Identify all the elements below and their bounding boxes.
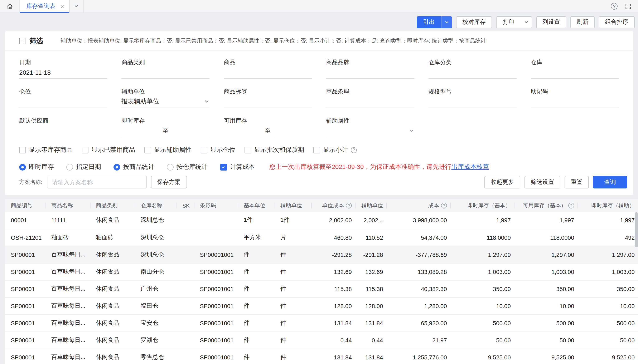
export-dropdown[interactable] xyxy=(441,16,452,28)
column-header[interactable]: 即时库存（辅助） xyxy=(577,199,638,212)
tab-inventory-query[interactable]: 库存查询表 × xyxy=(19,0,70,12)
table-row[interactable]: 0000111111休闲食品深圳总仓1件1件2,002.002,002...3,… xyxy=(5,212,638,229)
table-cell: 1,297.00 xyxy=(577,246,638,263)
table-cell: 2,002.00 xyxy=(311,212,355,229)
plan-name-label: 方案名称: xyxy=(19,178,42,186)
field-input[interactable] xyxy=(428,66,516,79)
close-icon[interactable]: × xyxy=(61,3,64,10)
field-input[interactable] xyxy=(224,66,312,79)
table-cell: 00001 xyxy=(5,212,46,229)
field-input[interactable] xyxy=(121,66,209,79)
help-icon[interactable]: ? xyxy=(346,203,352,208)
refresh-button[interactable]: 刷新 xyxy=(570,16,595,28)
column-header[interactable]: 商品编号 xyxy=(5,199,46,212)
range-to-input[interactable] xyxy=(274,125,312,137)
table-row[interactable]: SP00001百草味每日...休闲食品宝安仓SP00001001件件131.84… xyxy=(5,314,638,332)
column-settings-button[interactable]: 列设置 xyxy=(536,16,566,28)
field-input[interactable] xyxy=(326,125,414,137)
column-header[interactable]: 仓库名称 xyxy=(135,199,176,212)
column-header-label: 商品名称 xyxy=(51,202,73,209)
field-input[interactable] xyxy=(428,96,516,108)
field-input[interactable] xyxy=(19,125,107,137)
chevron-down-icon xyxy=(409,128,414,134)
column-header[interactable]: 单位成本? xyxy=(311,199,355,212)
export-button[interactable]: 引出 xyxy=(417,16,452,28)
field-label: 商品 xyxy=(224,58,312,66)
table-row[interactable]: SP00001百草味每日...休闲食品零售总仓SP00001001件件131.8… xyxy=(5,348,638,364)
cost-accounting-link[interactable]: 出库成本核算 xyxy=(451,163,489,170)
reset-button[interactable]: 重置 xyxy=(564,176,589,188)
table-cell: 492 xyxy=(577,229,638,246)
range-from-input[interactable] xyxy=(121,125,159,137)
display-option-checkbox[interactable]: 显示已禁用商品 xyxy=(82,146,135,154)
field-input[interactable] xyxy=(531,96,619,108)
vertical-scrollbar[interactable] xyxy=(635,212,638,354)
column-header[interactable]: SK xyxy=(176,199,194,212)
filter-field: 辅助单位报表辅助单位 xyxy=(121,80,209,109)
radio-option[interactable]: 指定日期 xyxy=(66,163,101,171)
help-icon[interactable]: ? xyxy=(351,147,357,153)
help-icon[interactable]: ? xyxy=(568,203,574,208)
column-header[interactable]: 即时库存（基本） xyxy=(450,199,514,212)
column-header[interactable]: 可用库存（基本）? xyxy=(514,199,577,212)
filter-settings-button[interactable]: 筛选设置 xyxy=(524,176,560,188)
fullscreen-icon[interactable] xyxy=(625,3,631,10)
range-from-input[interactable] xyxy=(224,125,262,137)
print-button[interactable]: 打印 xyxy=(496,16,532,28)
display-option-checkbox[interactable]: 显示仓位 xyxy=(201,146,235,154)
field-input[interactable] xyxy=(326,96,414,108)
field-input[interactable]: 报表辅助单位 xyxy=(121,96,209,108)
column-header[interactable]: 商品名称 xyxy=(46,199,90,212)
field-input[interactable] xyxy=(531,66,619,79)
query-button[interactable]: 查询 xyxy=(593,176,627,188)
table-row[interactable]: OSH-21201釉面砖釉面砖深圳总仓平方米片460.80110.5254,37… xyxy=(5,229,638,246)
collapse-icon[interactable]: − xyxy=(19,38,26,44)
table-cell: 131.84 xyxy=(311,348,355,364)
help-icon[interactable]: ? xyxy=(611,3,617,10)
column-header[interactable]: 商品类别 xyxy=(90,199,135,212)
display-option-checkbox[interactable]: 显示辅助属性 xyxy=(144,146,192,154)
home-button[interactable] xyxy=(0,0,19,12)
table-cell: 132.69 xyxy=(355,263,386,280)
filter-field: 即时库存至 xyxy=(121,109,209,138)
table-row[interactable]: SP00001百草味每日...休闲食品深圳总仓SP00001001件件-291.… xyxy=(5,246,638,263)
table-row[interactable]: SP00001百草味每日...休闲食品南山分仓SP00001001件件132.6… xyxy=(5,263,638,280)
toolbar: 引出 校对库存 打印 列设置 刷新 组合排序 xyxy=(0,13,638,31)
radio-option[interactable]: 按商品统计 xyxy=(114,163,154,171)
table-row[interactable]: SP00001百草味每日...休闲食品广州仓SP00001001件件115.38… xyxy=(5,280,638,297)
column-header[interactable]: 成本? xyxy=(386,199,450,212)
help-icon[interactable]: ? xyxy=(441,203,447,208)
table-cell: 件 xyxy=(238,297,274,314)
radio-option[interactable]: 按仓库统计 xyxy=(167,163,208,171)
save-plan-button[interactable]: 保存方案 xyxy=(151,176,187,188)
column-header[interactable]: 辅助单位 xyxy=(355,199,386,212)
calc-cost-checkbox[interactable]: ✓计算成本 xyxy=(220,163,255,171)
combo-sort-button[interactable]: 组合排序 xyxy=(599,16,635,28)
column-header[interactable]: 基本单位 xyxy=(238,199,274,212)
chevron-down-icon xyxy=(204,99,210,104)
column-header[interactable]: 辅助单位 xyxy=(274,199,311,212)
field-input[interactable]: 2021-11-18 xyxy=(19,66,107,79)
column-header[interactable]: 条形码 xyxy=(194,199,238,212)
table-cell: 10.00 xyxy=(577,297,638,314)
print-dropdown[interactable] xyxy=(521,16,532,28)
export-label: 引出 xyxy=(417,16,441,28)
range-to-input[interactable] xyxy=(172,125,210,137)
display-option-checkbox[interactable]: 显示小计? xyxy=(313,146,357,154)
display-option-checkbox[interactable]: 显示零库存商品 xyxy=(19,146,73,154)
display-option-checkbox[interactable]: 显示批次和保质期 xyxy=(244,146,304,154)
scrollbar-thumb[interactable] xyxy=(635,212,638,247)
filter-field: 商品类别 xyxy=(121,51,209,80)
tab-list-dropdown[interactable] xyxy=(70,0,84,12)
table-row[interactable]: SP00001百草味每日...休闲食品福田仓SP00001001件件128.00… xyxy=(5,297,638,314)
verify-stock-button[interactable]: 校对库存 xyxy=(456,16,492,28)
table-cell: 件 xyxy=(238,280,274,297)
table-row[interactable]: SP00001百草味每日...休闲食品罗湖仓SP00001001件件0.440.… xyxy=(5,332,638,348)
field-input[interactable] xyxy=(19,96,107,108)
collapse-more-button[interactable]: 收起更多 xyxy=(484,176,520,188)
field-input[interactable] xyxy=(224,96,312,108)
radio-option[interactable]: 即时库存 xyxy=(19,163,54,171)
plan-name-input[interactable] xyxy=(47,176,147,188)
table-cell xyxy=(176,212,194,229)
field-input[interactable] xyxy=(326,66,414,79)
